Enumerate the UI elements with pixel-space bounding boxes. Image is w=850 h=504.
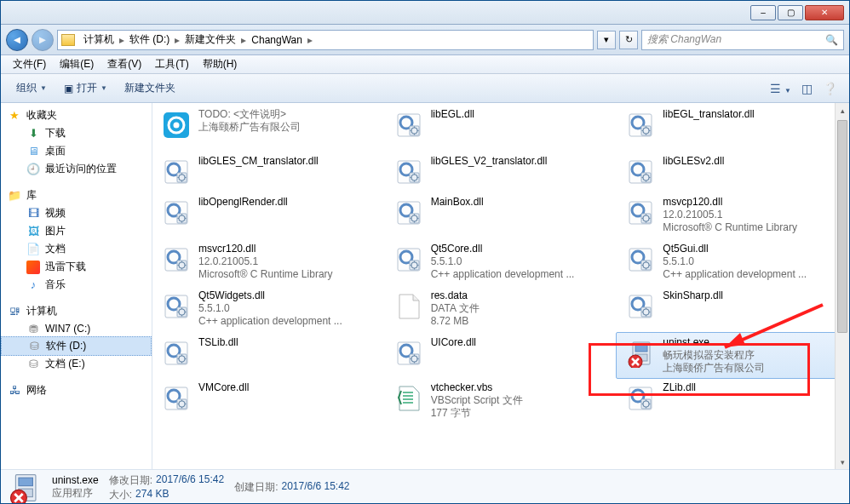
crumb-computer[interactable]: 计算机 — [80, 32, 118, 47]
menu-tools[interactable]: 工具(T) — [148, 55, 195, 73]
file-name: UICore.dll — [431, 336, 476, 349]
scroll-thumb[interactable] — [837, 120, 847, 333]
dll-icon — [392, 155, 426, 189]
dll-icon — [159, 155, 193, 189]
file-item[interactable]: UICore.dll — [385, 333, 617, 378]
menu-view[interactable]: 查看(V) — [101, 55, 148, 73]
dll-icon — [159, 196, 193, 230]
nav-desktop[interactable]: 🖥桌面 — [1, 142, 152, 160]
file-name: libOpenglRender.dll — [198, 196, 288, 209]
file-name: Qt5Widgets.dll — [198, 289, 342, 302]
favorites-group[interactable]: ★收藏夹 — [1, 106, 152, 124]
crumb-folder[interactable]: 新建文件夹 — [181, 32, 239, 47]
minimize-button[interactable]: – — [750, 5, 776, 20]
file-item[interactable]: vtchecker.vbs VBScript Script 文件 177 字节 — [385, 378, 617, 425]
file-item[interactable]: libGLESv2.dll — [617, 152, 849, 192]
preview-pane-button[interactable]: ◫ — [796, 78, 818, 99]
details-size: 274 KB — [135, 488, 169, 502]
vbs-icon — [392, 381, 426, 415]
organize-button[interactable]: 组织▼ — [8, 77, 55, 99]
file-list[interactable]: TODO: <文件说明> 上海颐桥广告有限公司 libEGL.dll libEG… — [152, 103, 849, 469]
file-item[interactable]: Qt5Gui.dll 5.5.1.0 C++ application devel… — [617, 239, 849, 286]
file-item[interactable]: res.data DATA 文件 8.72 MB — [385, 286, 617, 333]
file-item[interactable]: TSLib.dll — [152, 333, 385, 378]
forward-button[interactable]: ► — [32, 29, 54, 51]
breadcrumb[interactable]: 计算机▸ 软件 (D:)▸ 新建文件夹▸ ChangWan▸ — [57, 30, 594, 50]
details-icon — [8, 471, 42, 505]
dll-icon — [159, 243, 193, 277]
file-item[interactable]: TODO: <文件说明> 上海颐桥广告有限公司 — [152, 105, 385, 152]
file-name: libGLESv2.dll — [663, 155, 724, 168]
file-item[interactable]: libGLES_CM_translator.dll — [152, 152, 385, 192]
help-button[interactable]: ❔ — [818, 78, 842, 99]
address-bar: ◄ ► 计算机▸ 软件 (D:)▸ 新建文件夹▸ ChangWan▸ ▾ ↻ 搜… — [1, 25, 849, 55]
dll-icon — [392, 243, 426, 277]
newfolder-button[interactable]: 新建文件夹 — [116, 77, 184, 99]
scroll-up-button[interactable]: ▴ — [836, 103, 849, 117]
file-item[interactable]: ZLib.dll — [617, 378, 849, 425]
maximize-button[interactable]: ▢ — [778, 5, 803, 20]
file-icon — [392, 289, 426, 324]
file-name: libGLES_CM_translator.dll — [198, 155, 319, 168]
file-item[interactable]: MainBox.dll — [385, 192, 617, 239]
file-item[interactable]: libEGL.dll — [385, 105, 617, 152]
nav-drive-d[interactable]: ⛁软件 (D:) — [1, 336, 152, 356]
file-name: msvcr120.dll — [198, 243, 333, 255]
crumb-drive[interactable]: 软件 (D:) — [126, 32, 173, 47]
view-button[interactable]: ☰ ▼ — [765, 78, 796, 99]
menu-file[interactable]: 文件(F) — [6, 55, 53, 73]
file-name: MainBox.dll — [431, 196, 484, 209]
menu-help[interactable]: 帮助(H) — [196, 55, 244, 73]
file-item[interactable]: SkinSharp.dll — [617, 286, 849, 333]
file-item[interactable]: libGLES_V2_translator.dll — [385, 152, 617, 192]
nav-videos[interactable]: 🎞视频 — [1, 204, 152, 222]
file-name: Qt5Gui.dll — [663, 243, 807, 255]
file-item[interactable]: libEGL_translator.dll — [617, 105, 849, 152]
file-name: msvcp120.dll — [663, 196, 797, 209]
dll-icon — [623, 108, 658, 142]
search-input[interactable]: 搜索 ChangWan 🔍 — [641, 30, 844, 50]
open-button[interactable]: ▣打开▼ — [55, 77, 116, 99]
file-item[interactable]: libOpenglRender.dll — [152, 192, 385, 239]
nav-thunder[interactable]: 迅雷下载 — [1, 258, 152, 276]
nav-music[interactable]: ♪音乐 — [1, 276, 152, 294]
nav-drive-c[interactable]: ⛃WIN7 (C:) — [1, 320, 152, 337]
dll-icon — [159, 381, 193, 415]
file-item[interactable]: VMCore.dll — [152, 378, 385, 425]
file-name: TSLib.dll — [198, 336, 238, 349]
libraries-group[interactable]: 📁库 — [1, 186, 152, 204]
file-item[interactable]: Qt5Core.dll 5.5.1.0 C++ application deve… — [385, 239, 617, 286]
file-item[interactable]: msvcp120.dll 12.0.21005.1 Microsoft® C R… — [617, 192, 849, 239]
file-item[interactable]: msvcr120.dll 12.0.21005.1 Microsoft® C R… — [152, 239, 385, 286]
back-button[interactable]: ◄ — [6, 29, 28, 51]
close-button[interactable]: ✕ — [805, 5, 844, 20]
network-group[interactable]: 🖧网络 — [1, 381, 152, 399]
dll-icon — [159, 336, 193, 370]
nav-downloads[interactable]: ⬇下载 — [1, 124, 152, 142]
folder-icon — [61, 34, 75, 46]
nav-pictures[interactable]: 🖼图片 — [1, 222, 152, 240]
nav-drive-e[interactable]: ⛁文档 (E:) — [1, 355, 152, 373]
file-item[interactable]: Qt5Widgets.dll 5.5.1.0 C++ application d… — [152, 286, 385, 333]
details-filename: uninst.exe — [52, 474, 99, 486]
dll-icon — [623, 289, 658, 324]
file-name: Qt5Core.dll — [431, 243, 575, 255]
toolbar: 组织▼ ▣打开▼ 新建文件夹 ☰ ▼ ◫ ❔ — [1, 74, 849, 103]
nav-recent[interactable]: 🕘最近访问的位置 — [1, 160, 152, 178]
scrollbar[interactable]: ▴ ▾ — [835, 103, 849, 469]
navigation-pane[interactable]: ★收藏夹 ⬇下载 🖥桌面 🕘最近访问的位置 📁库 🎞视频 🖼图片 📄文档 迅雷下… — [1, 103, 152, 469]
computer-group[interactable]: 🖳计算机 — [1, 302, 152, 320]
uninst-icon — [623, 336, 658, 370]
refresh-button[interactable]: ↻ — [619, 31, 638, 49]
file-name: res.data — [431, 289, 480, 302]
file-item[interactable]: uninst.exe 畅玩模拟器安装程序 上海颐侨广告有限公司 — [616, 332, 849, 379]
details-pane: uninst.exe 应用程序 修改日期:2017/6/6 15:42 大小:2… — [1, 469, 849, 504]
crumb-current[interactable]: ChangWan — [248, 34, 306, 46]
file-name: libGLES_V2_translator.dll — [431, 155, 548, 168]
history-dropdown[interactable]: ▾ — [597, 31, 616, 49]
menu-edit[interactable]: 编辑(E) — [53, 55, 101, 73]
scroll-down-button[interactable]: ▾ — [836, 455, 849, 469]
dll-icon — [623, 155, 658, 189]
nav-documents[interactable]: 📄文档 — [1, 240, 152, 258]
dll-icon — [159, 289, 193, 324]
